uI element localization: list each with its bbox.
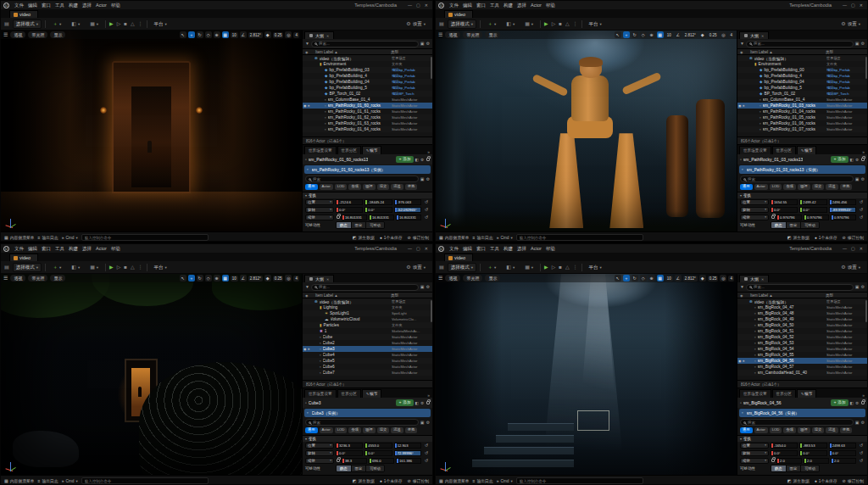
level-tab[interactable]: video xyxy=(9,10,38,18)
add-actor-dropdown[interactable]: ＋▾ xyxy=(49,263,64,272)
new-folder-icon[interactable]: ▣ xyxy=(420,284,425,290)
close-icon[interactable]: ✕ xyxy=(761,277,764,282)
rotation-snap-icon[interactable]: ∠ xyxy=(240,275,247,282)
restore-button[interactable]: ▢ xyxy=(416,2,420,8)
rotation-y-field[interactable]: 0.0° xyxy=(799,450,826,456)
filter-pill-6[interactable]: 流送 xyxy=(826,427,838,433)
favorites-icon[interactable]: ▣ xyxy=(420,420,425,426)
outliner-row[interactable]: ▫sm_BigRock_04_50StaticMeshActor xyxy=(737,322,867,328)
output-log-button[interactable]: ≡输出日志 xyxy=(38,478,58,484)
menu-item-6[interactable]: Actor xyxy=(96,3,107,8)
reset-to-default-icon[interactable]: ↺ xyxy=(858,450,865,455)
filter-pill-5[interactable]: 渲染 xyxy=(812,184,825,190)
restore-button[interactable]: ▢ xyxy=(851,2,855,8)
output-log-button[interactable]: ≡输出日志 xyxy=(473,478,493,484)
filter-pill-0[interactable]: 通用 xyxy=(740,184,753,190)
scale-z-field[interactable]: 0.976796 xyxy=(831,215,856,220)
tab-world-partition[interactable]: 世界分区 xyxy=(337,146,361,154)
scale-snap-value[interactable]: 0.25 xyxy=(273,32,284,38)
details-settings-icon[interactable]: ⚙ xyxy=(420,401,424,405)
blueprints-dropdown[interactable]: ◧▾ xyxy=(68,20,83,29)
location-x-field[interactable]: 3236.3 xyxy=(336,443,363,449)
type-column[interactable]: 类型 xyxy=(391,50,430,54)
mobility-option-0[interactable]: 静态 xyxy=(337,222,352,228)
save-icon[interactable]: ▤ xyxy=(439,265,444,270)
platforms-dropdown[interactable]: 平台▾ xyxy=(151,263,170,272)
new-folder-icon[interactable]: ▣ xyxy=(855,284,860,290)
perspective-dropdown[interactable]: 透视 xyxy=(445,275,460,282)
world-space-icon[interactable]: ⊕ xyxy=(214,31,220,38)
blueprints-dropdown[interactable]: ◧▾ xyxy=(503,20,518,29)
scale-x-field[interactable]: 0.976796 xyxy=(776,215,802,220)
filter-pill-0[interactable]: 通用 xyxy=(305,184,318,190)
reset-to-default-icon[interactable]: ↺ xyxy=(423,207,430,212)
settings-dropdown[interactable]: ⚙设置▾ xyxy=(837,20,864,29)
unsaved-indicator[interactable]: ●1个未保存 xyxy=(380,235,403,241)
perspective-dropdown[interactable]: 透视 xyxy=(445,31,460,38)
reset-to-default-icon[interactable]: ↺ xyxy=(423,458,430,463)
reset-to-default-icon[interactable]: ↺ xyxy=(423,450,430,455)
details-settings-icon[interactable]: ⚙ xyxy=(855,401,859,405)
outliner-row[interactable]: ▮Particles文件夹 xyxy=(303,322,432,328)
outliner-row[interactable]: ▫sm_PathRocky_01_61_rocksStaticMeshActor xyxy=(303,109,432,114)
details-search-input[interactable] xyxy=(313,177,415,181)
settings-dropdown[interactable]: ⚙设置▾ xyxy=(837,263,864,272)
menu-item-7[interactable]: 帮助 xyxy=(546,246,555,252)
mobility-option-0[interactable]: 静态 xyxy=(771,465,787,471)
filter-pill-1[interactable]: Actor xyxy=(754,184,768,190)
scale-snap-value[interactable]: 0.25 xyxy=(708,32,719,38)
rotation-dropdown[interactable]: 旋转▾ xyxy=(305,450,334,456)
tab-outliner[interactable]: 大纲✕ xyxy=(304,275,334,282)
play-options-button[interactable]: ⋮ xyxy=(138,265,143,270)
perspective-dropdown[interactable]: 透视 xyxy=(10,31,25,38)
scale-z-field[interactable]: 2.0 xyxy=(831,458,856,464)
derived-data-button[interactable]: ◩派生数据 xyxy=(353,478,375,484)
scale-snap-icon[interactable]: ◆ xyxy=(264,275,271,282)
component-row-selected[interactable]: ▫sm_PathRocky_01_03_rocks13（实例） xyxy=(739,165,865,174)
content-drawer-button[interactable]: ▦内容侧滑菜单 xyxy=(4,478,35,484)
scale-z-field[interactable]: 16.801331 xyxy=(396,215,421,220)
lock-icon[interactable] xyxy=(861,401,865,404)
grid-snap-value[interactable]: 10 xyxy=(231,276,238,282)
filter-pill-7[interactable]: 变换 xyxy=(405,184,418,190)
visibility-column-icon[interactable]: ◉ xyxy=(740,293,750,298)
filter-pill-7[interactable]: 变换 xyxy=(840,184,853,190)
component-row-selected[interactable]: ▫Cube3（实例） xyxy=(304,409,431,417)
grid-snap-icon[interactable]: ▦ xyxy=(657,275,664,282)
viewport-menu-icon[interactable]: ☰ xyxy=(3,275,8,282)
transform-section-header[interactable]: ▾变换 xyxy=(737,192,867,198)
tab-world-partition[interactable]: 世界分区 xyxy=(772,389,796,398)
pin-icon[interactable]: ∗ xyxy=(308,103,310,108)
outliner-row[interactable]: ◉∗▫sm_PathRocky_01_03_rocksStaticMeshAct… xyxy=(737,103,867,109)
viewport-3d[interactable]: ☰透视带光照显示↖＋↻◇⊕▦10∠2.812°◆0.25◎4 xyxy=(436,31,737,231)
tab-world-partition[interactable]: 世界分区 xyxy=(772,146,796,154)
outliner-search-input[interactable] xyxy=(319,285,415,289)
mobility-option-2[interactable]: 可移动 xyxy=(801,465,819,471)
outliner-row[interactable]: ▫sm_PathRocky_01_04_rocksStaticMeshActor xyxy=(737,109,867,114)
details-gear-icon[interactable]: ⚙ xyxy=(426,420,430,426)
row-type-link[interactable]: 编辑BP_Torch xyxy=(392,92,431,96)
item-label-column[interactable]: Item Label ▲ xyxy=(315,50,391,54)
revision-control-button[interactable]: ⊘修订控制 xyxy=(408,235,429,241)
grid-snap-value[interactable]: 10 xyxy=(231,32,238,38)
rotate-tool-icon[interactable]: ↻ xyxy=(632,31,638,38)
type-column[interactable]: 类型 xyxy=(826,50,865,54)
rotation-snap-icon[interactable]: ∠ xyxy=(240,31,247,38)
unsaved-indicator[interactable]: ●1个未保存 xyxy=(380,478,403,484)
select-tool-icon[interactable]: ↖ xyxy=(615,275,621,282)
outliner-row[interactable]: ◆bp_PrefabBuilding_04编辑bp_Prefab xyxy=(737,79,867,85)
rotate-tool-icon[interactable]: ↻ xyxy=(632,275,638,282)
outliner-row[interactable]: ▫Cube2StaticMeshActor xyxy=(303,340,432,346)
play-button[interactable]: ▶ xyxy=(544,21,548,27)
scale-dropdown[interactable]: 缩放▾ xyxy=(740,215,769,220)
scale-dropdown[interactable]: 缩放▾ xyxy=(305,458,334,464)
cinematics-dropdown[interactable]: ▦▾ xyxy=(86,263,102,272)
visibility-column-icon[interactable]: ◉ xyxy=(305,293,315,298)
scale-snap-icon[interactable]: ◆ xyxy=(699,275,706,282)
rotation-x-field[interactable]: 0.0° xyxy=(336,450,363,456)
filter-pill-4[interactable]: 物理 xyxy=(363,184,376,190)
lock-icon[interactable] xyxy=(426,158,430,161)
mobility-option-1[interactable]: 固定 xyxy=(352,465,367,471)
filter-pill-3[interactable]: 杂项 xyxy=(783,184,796,190)
mobility-option-1[interactable]: 固定 xyxy=(352,222,367,228)
